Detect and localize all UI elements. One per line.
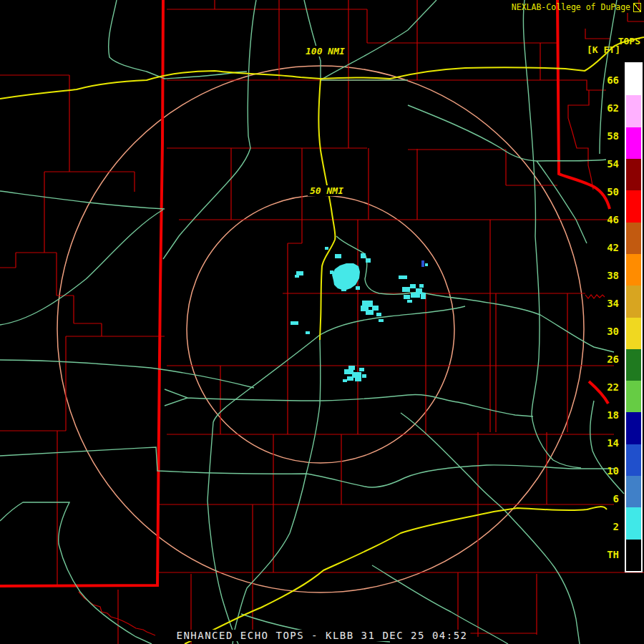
colorbar-units: [K FT] [587, 44, 620, 55]
river-boundary [79, 592, 155, 635]
colorbar-band-46 [626, 223, 641, 254]
colorbar-band-50 [626, 190, 641, 222]
yellow-highways [0, 37, 644, 644]
colorbar-label-42: 42 [589, 242, 619, 253]
colorbar-label-18: 18 [589, 409, 619, 421]
colorbar-label-50: 50 [589, 186, 619, 197]
nexlab-title: NEXLAB-College of DuPage [512, 2, 641, 12]
colorbar-band-66+ [626, 64, 641, 95]
colorbar-label-38: 38 [589, 270, 619, 281]
colorbar-band-18 [626, 444, 641, 476]
nexlab-title-text: NEXLAB-College of DuPage [512, 2, 630, 12]
colorbar-band-TH [626, 540, 641, 571]
echo-cluster-south [343, 366, 366, 382]
colorbar-band-10 [626, 507, 641, 539]
echo-cluster-southeast [361, 301, 381, 316]
colorbar-band-62 [626, 95, 641, 127]
colorbar-label-34: 34 [589, 298, 619, 309]
colorbar-label-30: 30 [589, 326, 619, 337]
radar-screen: NEXLAB-College of DuPage TOPS [K FT] 666… [0, 0, 644, 644]
colorbar-band-14 [626, 476, 641, 507]
colorbar-band-26 [626, 381, 641, 412]
colorbar-label-TH: TH [589, 549, 619, 560]
colorbar-label-14: 14 [589, 437, 619, 449]
colorbar-bands [626, 64, 641, 571]
nm-county-lines [0, 75, 165, 585]
colorbar-band-34 [626, 318, 641, 349]
cod-logo-icon [633, 3, 641, 12]
colorbar-label-26: 26 [589, 353, 619, 365]
colorbar-label-10: 10 [589, 465, 619, 477]
status-bar: ENHANCED ECHO TOPS - KLBB 31 DEC 25 04:5… [173, 630, 470, 641]
colorbar-label-46: 46 [589, 214, 619, 225]
colorbar-label-62: 62 [589, 102, 619, 114]
colorbar-band-38 [626, 286, 641, 317]
range-ring-label-50: 50 NMI [308, 185, 346, 196]
colorbar-label-22: 22 [589, 381, 619, 393]
radar-map [0, 0, 644, 644]
colorbar-band-30 [626, 349, 641, 381]
colorbar-label-6: 6 [589, 493, 619, 504]
colorbar-label-66: 66 [589, 74, 619, 86]
county-boundaries [0, 0, 644, 644]
range-ring-label-100: 100 NMI [303, 46, 347, 57]
colorbar-band-22 [626, 412, 641, 444]
colorbar-title: TOPS [618, 36, 640, 47]
colorbar-band-42 [626, 254, 641, 286]
colorbar-band-58 [626, 127, 641, 159]
colorbar-label-2: 2 [589, 521, 619, 532]
colorbar-label-54: 54 [589, 158, 619, 170]
echo-tops-colorbar [625, 62, 643, 572]
green-roads [0, 0, 624, 644]
colorbar-band-54 [626, 159, 641, 190]
colorbar-label-58: 58 [589, 130, 619, 142]
